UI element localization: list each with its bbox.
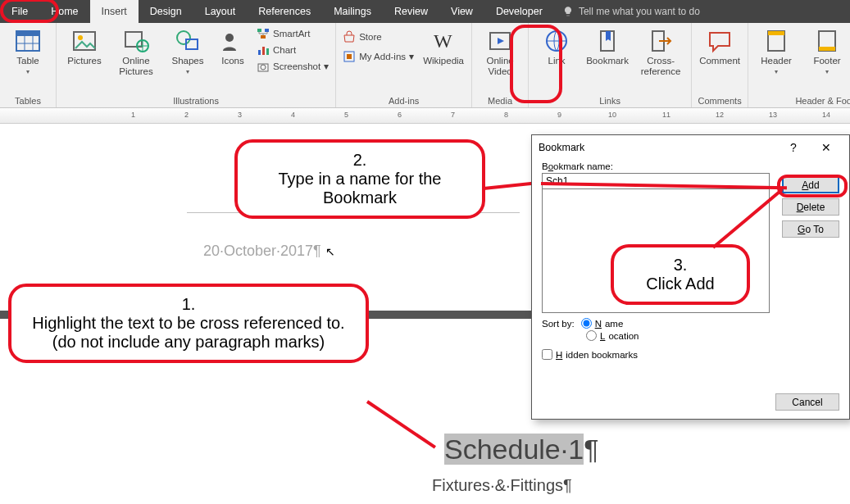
callout-1: 1. Highlight the text to be cross refere…	[8, 284, 369, 363]
delete-button[interactable]: Delete	[782, 198, 839, 216]
svg-rect-7	[125, 32, 142, 47]
ruler-tick: 12	[716, 111, 724, 119]
ruler-tick: 13	[769, 111, 777, 119]
tell-me-text: Tell me what you want to do	[579, 6, 700, 17]
goto-button[interactable]: Go To	[782, 220, 839, 238]
group-illustrations: Pictures Online Pictures Shapes▾ Icons S…	[57, 23, 336, 107]
svg-point-19	[261, 65, 266, 70]
icons-button[interactable]: Icons	[216, 26, 250, 66]
sort-location-radio[interactable]: Location	[586, 330, 639, 341]
ruler-tick: 11	[662, 111, 670, 119]
chart-button[interactable]: Chart	[255, 43, 330, 57]
ruler-tick: 9	[557, 111, 561, 119]
smartart-button[interactable]: SmartArt	[255, 26, 330, 41]
table-icon	[15, 28, 41, 54]
doc-schedule: Schedule·1¶	[441, 434, 602, 465]
svg-rect-13	[265, 29, 269, 32]
pictures-button[interactable]: Pictures	[61, 26, 107, 66]
pictures-icon	[71, 28, 98, 54]
tab-developer[interactable]: Developer	[484, 0, 554, 23]
ribbon: Table▾ Tables Pictures Online Pictures S…	[0, 23, 850, 108]
group-links: Link Bookmark Cross- reference Links	[529, 23, 692, 107]
store-button[interactable]: Store	[341, 30, 416, 44]
group-title-tables: Tables	[15, 94, 41, 106]
cancel-button[interactable]: Cancel	[775, 393, 839, 411]
ruler-tick: 8	[504, 111, 508, 119]
dialog-close-button[interactable]: ✕	[810, 141, 843, 154]
lightbulb-icon	[562, 6, 574, 17]
ruler-tick: 10	[608, 111, 616, 119]
group-addins: Store My Add-ins ▾ W Wikipedia Add-ins	[336, 23, 472, 107]
tab-layout[interactable]: Layout	[193, 0, 248, 23]
header-button[interactable]: Header▾	[753, 26, 799, 75]
svg-rect-12	[257, 29, 261, 32]
doc-fixtures: Fixtures·&·Fittings¶	[432, 476, 572, 495]
link-button[interactable]: Link	[534, 26, 580, 66]
screenshot-button[interactable]: Screenshot ▾	[255, 59, 330, 74]
tab-design[interactable]: Design	[139, 0, 193, 23]
online-pictures-button[interactable]: Online Pictures	[112, 26, 160, 77]
tab-mailings[interactable]: Mailings	[322, 0, 383, 23]
online-video-button[interactable]: Online Video	[477, 26, 523, 77]
ruler-tick: 5	[344, 111, 348, 119]
store-icon	[343, 30, 356, 43]
ruler-tick: 14	[822, 111, 830, 119]
ruler-tick: 3	[238, 111, 242, 119]
comment-button[interactable]: Comment	[697, 26, 743, 66]
svg-text:W: W	[434, 30, 452, 52]
group-title-headerfooter: Header & Footer	[795, 94, 850, 106]
doc-date: 20·October·2017¶	[203, 243, 321, 260]
tab-home[interactable]: Home	[39, 0, 89, 23]
group-title-media: Media	[488, 94, 512, 106]
mouse-cursor-icon: ↖	[325, 245, 335, 258]
tab-insert[interactable]: Insert	[90, 0, 139, 23]
bookmark-icon	[594, 28, 620, 54]
bookmark-button[interactable]: Bookmark	[584, 26, 630, 66]
ruler-tick: 4	[291, 111, 295, 119]
svg-rect-10	[186, 39, 198, 49]
wikipedia-icon: W	[430, 28, 457, 54]
tab-view[interactable]: View	[439, 0, 484, 23]
svg-point-6	[78, 35, 83, 40]
smartart-icon	[257, 27, 270, 40]
add-button[interactable]: Add	[782, 176, 839, 193]
screenshot-icon	[257, 60, 270, 73]
sort-name-radio[interactable]: Name	[581, 318, 624, 329]
myaddins-button[interactable]: My Add-ins ▾	[341, 49, 416, 64]
online-pictures-icon	[123, 28, 149, 54]
svg-rect-28	[819, 47, 835, 51]
ruler-tick: 2	[184, 111, 189, 119]
shapes-button[interactable]: Shapes▾	[165, 26, 211, 75]
tab-review[interactable]: Review	[383, 0, 439, 23]
table-button[interactable]: Table▾	[5, 26, 51, 75]
svg-rect-26	[768, 31, 784, 35]
header-icon	[763, 28, 789, 54]
dialog-help-button[interactable]: ?	[777, 141, 810, 154]
svg-rect-1	[16, 31, 39, 36]
svg-rect-21	[347, 54, 352, 59]
group-title-comments: Comments	[698, 94, 741, 106]
svg-point-11	[225, 34, 234, 42]
hidden-bookmarks-check[interactable]: Hidden bookmarks	[542, 349, 638, 360]
link-icon	[543, 28, 570, 54]
svg-rect-16	[262, 47, 265, 55]
svg-rect-15	[258, 50, 261, 55]
svg-rect-14	[261, 35, 266, 39]
highlighted-text: Schedule·1	[444, 434, 584, 465]
sort-by-label: Sort by: Name	[542, 318, 839, 329]
crossref-button[interactable]: Cross- reference	[635, 26, 686, 77]
ruler-tick: 6	[398, 111, 402, 119]
group-media: Online Video Media	[472, 23, 529, 107]
shapes-icon	[175, 28, 201, 54]
comment-icon	[707, 28, 733, 54]
tell-me[interactable]: Tell me what you want to do	[554, 0, 708, 23]
group-title-illustrations: Illustrations	[173, 94, 219, 106]
svg-point-9	[177, 31, 190, 44]
ruler-tick: 1	[131, 111, 135, 119]
tab-references[interactable]: References	[247, 0, 322, 23]
footer-button[interactable]: Footer▾	[804, 26, 850, 75]
wikipedia-button[interactable]: W Wikipedia	[420, 26, 466, 66]
ruler[interactable]: 1 2 3 4 5 6 7 8 9 10 11 12 13 14	[0, 108, 850, 124]
tab-file[interactable]: File	[0, 0, 39, 23]
callout-3: 3. Click Add	[611, 244, 750, 305]
